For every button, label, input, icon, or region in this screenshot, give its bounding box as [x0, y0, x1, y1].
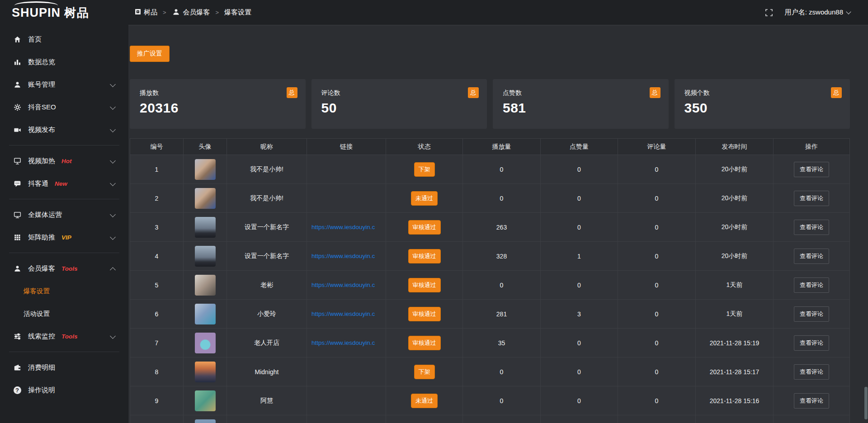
sidebar-nav: 首页数据总览账号管理抖音SEO视频发布视频加热Hot抖客通New全媒体运营矩阵助…	[0, 25, 128, 401]
sidebar-item-label: 全媒体运营	[28, 211, 62, 219]
sidebar-item-user[interactable]: 账号管理	[0, 73, 128, 96]
video-link[interactable]: https://www.iesdouyin.c	[307, 224, 386, 230]
sidebar-item-monitor[interactable]: 全媒体运营	[0, 203, 128, 226]
chevron-down-icon	[110, 104, 116, 110]
stat-label: 点赞数	[503, 89, 660, 97]
time-cell: 2021-11-28 15:16	[696, 386, 774, 415]
column-header: 头像	[184, 139, 227, 155]
stat-card: 播放数20316总	[130, 79, 306, 129]
logo-arc-decoration	[14, 1, 58, 9]
sidebar-item-help[interactable]: ?操作说明	[0, 379, 128, 401]
column-header: 状态	[386, 139, 463, 155]
likes-cell: 0	[541, 155, 618, 184]
sidebar-item-label: 矩阵助推	[28, 233, 55, 242]
screen-icon	[13, 156, 22, 165]
view-comments-button[interactable]: 查看评论	[794, 393, 829, 409]
breadcrumb-label: 会员爆客	[183, 8, 210, 17]
chevron-down-icon	[110, 234, 116, 240]
table-row: 7老人开店https://www.iesdouyin.c审核通过35002021…	[130, 329, 850, 357]
action-cell: 查看评论	[774, 213, 850, 242]
chevron-up-icon	[110, 267, 116, 273]
sidebar-item-label: 抖客通	[28, 179, 48, 188]
breadcrumb-separator: >	[163, 9, 166, 16]
sidebar-subitem[interactable]: 爆客设置	[0, 280, 128, 302]
promo-settings-button[interactable]: 推广设置	[130, 46, 170, 62]
breadcrumb-item[interactable]: 爆客设置	[224, 8, 251, 17]
view-comments-button[interactable]: 查看评论	[794, 162, 829, 177]
breadcrumb-item[interactable]: 会员爆客	[172, 8, 210, 18]
plays-cell	[463, 415, 541, 423]
avatar	[195, 419, 216, 423]
video-link[interactable]: https://www.iesdouyin.c	[307, 253, 386, 259]
plays-cell: 263	[463, 213, 541, 242]
sidebar-item-member[interactable]: 会员爆客Tools	[0, 257, 128, 280]
likes-cell: 3	[541, 300, 618, 329]
view-comments-button[interactable]: 查看评论	[794, 191, 829, 206]
row-number-cell: 7	[130, 329, 184, 357]
video-link[interactable]: https://www.iesdouyin.c	[307, 282, 386, 288]
sidebar-divider	[9, 352, 119, 352]
likes-cell: 0	[541, 329, 618, 357]
status-badge: 未通过	[411, 191, 438, 206]
sidebar-item-label: 操作说明	[28, 386, 55, 395]
sidebar-divider	[9, 145, 119, 146]
status-badge: 审核通过	[408, 249, 441, 263]
sidebar-item-video[interactable]: 视频发布	[0, 118, 128, 141]
column-header: 操作	[774, 139, 850, 155]
row-number-cell: 1	[130, 155, 184, 184]
stat-cards: 播放数20316总评论数50总点赞数581总视频个数350总	[130, 79, 850, 129]
sidebar-item-wallet[interactable]: 消费明细	[0, 356, 128, 379]
table-row: 1我不是小帅!下架00020小时前查看评论	[130, 155, 850, 184]
sidebar-item-home[interactable]: 首页	[0, 28, 128, 51]
view-comments-button[interactable]: 查看评论	[794, 277, 829, 293]
row-number-cell: 4	[130, 242, 184, 271]
table-row: 4设置一个新名字https://www.iesdouyin.c审核通过32810…	[130, 242, 850, 271]
nickname-cell: 小爱玲	[227, 300, 307, 329]
sidebar-item-sliders[interactable]: 线索监控Tools	[0, 325, 128, 348]
avatar-cell	[184, 357, 227, 386]
avatar-cell	[184, 415, 227, 423]
sidebar-item-grid[interactable]: 矩阵助推VIP	[0, 226, 128, 249]
comments-cell: 0	[618, 357, 696, 386]
view-comments-button[interactable]: 查看评论	[794, 306, 829, 322]
time-cell: 2021-11-28 15:19	[696, 329, 774, 357]
logo-text-cn: 树品	[64, 5, 90, 21]
page-scrollbar-thumb[interactable]	[864, 387, 868, 419]
likes-cell: 0	[541, 357, 618, 386]
table-row: 9阿慧未通过0002021-11-28 15:16查看评论	[130, 386, 850, 415]
avatar-cell	[184, 155, 227, 184]
sidebar-item-screen[interactable]: 视频加热Hot	[0, 150, 128, 172]
avatar	[195, 275, 216, 296]
comments-cell: 0	[618, 329, 696, 357]
video-link[interactable]: https://www.iesdouyin.c	[307, 310, 386, 317]
plays-cell: 0	[463, 184, 541, 213]
status-badge: 审核通过	[408, 336, 441, 350]
username-label: 用户名: zswodun88	[785, 8, 843, 17]
fullscreen-icon[interactable]	[765, 9, 773, 17]
view-comments-button[interactable]: 查看评论	[794, 220, 829, 235]
status-badge: 审核通过	[408, 220, 441, 235]
sidebar-item-gear[interactable]: 抖音SEO	[0, 96, 128, 118]
nickname-cell: 老彬	[227, 271, 307, 300]
view-comments-button[interactable]: 查看评论	[794, 364, 829, 380]
sidebar-item-chart[interactable]: 数据总览	[0, 51, 128, 73]
breadcrumb-item[interactable]: 树品	[135, 8, 157, 17]
nickname-cell: 阿慧	[227, 386, 307, 415]
avatar	[195, 362, 216, 382]
sidebar-subitem[interactable]: 活动设置	[0, 302, 128, 325]
status-cell: 未通过	[386, 386, 463, 415]
view-comments-button[interactable]: 查看评论	[794, 249, 829, 264]
user-menu[interactable]: 用户名: zswodun88	[785, 8, 850, 17]
breadcrumb: 树品>会员爆客>爆客设置	[135, 8, 251, 18]
status-badge: 下架	[414, 365, 435, 379]
row-number-cell: 6	[130, 300, 184, 329]
likes-cell: 1	[541, 242, 618, 271]
video-link[interactable]: https://www.iesdouyin.c	[307, 339, 386, 346]
view-comments-button[interactable]: 查看评论	[794, 335, 829, 351]
sidebar-item-tag: VIP	[61, 234, 71, 241]
column-header: 发布时间	[696, 139, 774, 155]
likes-cell	[541, 415, 618, 423]
link-cell	[307, 386, 386, 415]
sidebar-item-chat[interactable]: 抖客通New	[0, 172, 128, 195]
table-row: 8Midnight下架0002021-11-28 15:17查看评论	[130, 357, 850, 386]
